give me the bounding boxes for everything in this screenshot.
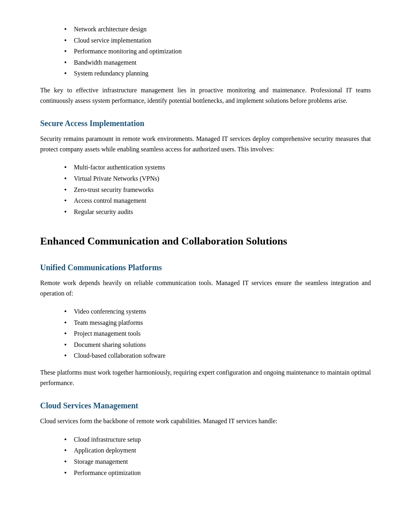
secure-access-item-5: Regular security audits [64,207,371,217]
cloud-services-item-1: Cloud infrastructure setup [64,434,371,445]
intro-list-item-3: Performance monitoring and optimization [64,46,371,57]
cloud-services-item-2: Application deployment [64,445,371,456]
unified-comm-paragraph: Remote work depends heavily on reliable … [40,278,371,298]
intro-list-item-5: System redundancy planning [64,68,371,79]
cloud-services-paragraph: Cloud services form the backbone of remo… [40,416,371,426]
secure-access-item-3: Zero-trust security frameworks [64,185,371,195]
unified-comm-item-1: Video conferencing systems [64,306,371,317]
intro-paragraph: The key to effective infrastructure mana… [40,85,371,106]
secure-access-paragraph: Security remains paramount in remote wor… [40,134,371,154]
secure-access-item-2: Virtual Private Networks (VPNs) [64,173,371,184]
unified-comm-item-4: Document sharing solutions [64,340,371,350]
unified-comm-closing: These platforms must work together harmo… [40,367,371,388]
intro-list-item-4: Bandwidth management [64,57,371,68]
unified-comm-item-5: Cloud-based collaboration software [64,351,371,361]
secure-access-item-4: Access control management [64,196,371,206]
cloud-services-item-3: Storage management [64,457,371,467]
unified-comm-list: Video conferencing systems Team messagin… [64,306,371,361]
secure-access-heading: Secure Access Implementation [40,117,371,130]
enhanced-comm-heading: Enhanced Communication and Collaboration… [40,233,371,250]
intro-list-item-1: Network architecture design [64,24,371,35]
unified-comm-item-2: Team messaging platforms [64,318,371,328]
cloud-services-item-4: Performance optimization [64,468,371,478]
intro-bullet-list: Network architecture design Cloud servic… [64,24,371,79]
intro-list-item-2: Cloud service implementation [64,35,371,46]
unified-comm-item-3: Project management tools [64,328,371,339]
cloud-services-list: Cloud infrastructure setup Application d… [64,434,371,478]
unified-comm-heading: Unified Communications Platforms [40,261,371,274]
secure-access-list: Multi-factor authentication systems Virt… [64,162,371,217]
secure-access-item-1: Multi-factor authentication systems [64,162,371,173]
cloud-services-heading: Cloud Services Management [40,399,371,412]
